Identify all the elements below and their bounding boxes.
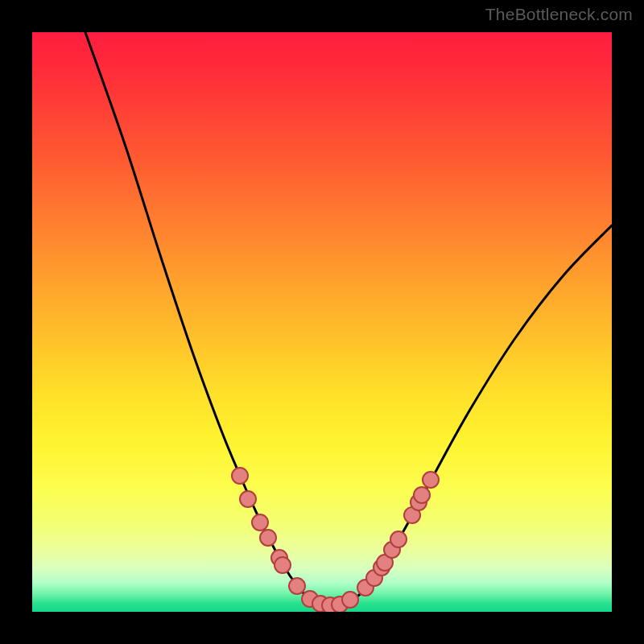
marker-dot xyxy=(423,472,439,488)
marker-dot xyxy=(390,531,407,547)
marker-dot xyxy=(252,514,268,530)
marker-dot xyxy=(240,491,256,507)
marker-dot xyxy=(289,578,305,594)
chart-svg xyxy=(32,32,612,612)
bottleneck-curve xyxy=(85,32,612,605)
watermark-text: TheBottleneck.com xyxy=(485,5,633,24)
chart-frame: TheBottleneck.com xyxy=(0,0,644,644)
marker-dot xyxy=(275,557,291,573)
curve-markers xyxy=(232,468,439,612)
marker-dot xyxy=(260,530,276,546)
marker-dot xyxy=(342,592,358,608)
marker-dot xyxy=(232,468,248,484)
plot-area xyxy=(32,32,612,612)
marker-dot xyxy=(414,487,430,503)
